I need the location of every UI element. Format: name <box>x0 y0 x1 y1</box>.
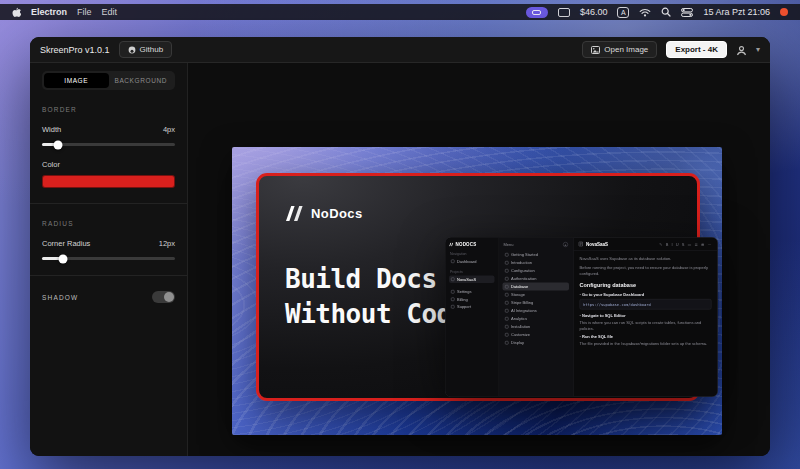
border-section-label: BORDER <box>42 106 175 113</box>
radius-slider[interactable] <box>42 257 175 260</box>
doc-code-block[interactable]: https://supabase.com/dashboard <box>580 299 712 310</box>
embed-menu-item[interactable]: Storage <box>503 291 570 299</box>
settings-icon <box>451 290 455 294</box>
open-image-button[interactable]: Open Image <box>582 41 657 58</box>
menu-item-label: Analytics <box>511 316 527 321</box>
doc-heading: Configuring database <box>580 281 712 289</box>
menu-item-label: AI Integrations <box>511 308 537 313</box>
menu-item-label: Customize <box>511 332 530 337</box>
nav-item-label: Billing <box>457 297 468 302</box>
menu-file[interactable]: File <box>77 7 92 17</box>
control-center-icon[interactable] <box>681 7 693 17</box>
embed-brand: NODOCS <box>449 242 495 247</box>
embed-menu-item[interactable]: Configuration <box>503 267 570 275</box>
nav-item-label: Dashboard <box>457 259 477 264</box>
shadow-toggle[interactable] <box>152 291 175 303</box>
embed-nav-settings[interactable]: Settings <box>449 288 495 296</box>
embed-menu-item-active[interactable]: Database <box>503 283 570 291</box>
doc-step: Navigate to SQL Editor <box>580 312 712 318</box>
menubar-app-name[interactable]: Electron <box>31 7 67 17</box>
tab-image[interactable]: IMAGE <box>44 73 109 88</box>
headline-line-2: Without Code <box>285 297 467 332</box>
menu-item-label: Authentication <box>511 276 536 281</box>
menu-item-icon <box>505 333 509 337</box>
menu-item-label: Introduction <box>511 260 532 265</box>
menu-item-icon <box>505 309 509 313</box>
menubar-clock[interactable]: 15 Ara Pzt 21:06 <box>703 7 770 17</box>
github-button[interactable]: Github <box>119 41 173 58</box>
headline-line-1: Build Docs <box>285 262 467 297</box>
embed-menu-item[interactable]: Introduction <box>503 259 570 267</box>
embed-nav-section: Navigation <box>450 252 494 256</box>
corner-radius-label: Corner Radius <box>42 239 90 248</box>
add-page-icon[interactable]: + <box>563 242 568 247</box>
doc-step: Run the SQL file <box>580 334 712 340</box>
embed-menu-column: Menu + Getting Started Introduction Conf… <box>499 238 574 397</box>
record-dot-icon[interactable] <box>780 8 788 16</box>
nodocs-logo: NoDocs <box>285 206 363 221</box>
embed-menu-item[interactable]: Customize <box>503 331 570 339</box>
embed-nav-section-2: Projects <box>450 270 494 274</box>
apple-menu-icon[interactable] <box>12 6 21 17</box>
shadow-label: SHADOW <box>42 294 78 301</box>
doc-step: Go to your Supabase Dashboard <box>580 291 712 297</box>
preview-image[interactable]: NoDocs Build Docs Without Code <box>232 147 722 435</box>
embed-nav-dashboard[interactable]: Dashboard <box>449 258 495 266</box>
screen-mirroring-icon[interactable] <box>558 8 570 17</box>
nav-item-label: Support <box>457 305 471 310</box>
embed-nav-support[interactable]: Support <box>449 303 495 311</box>
embed-menu-item[interactable]: Installation <box>503 323 570 331</box>
sidebar-tabs: IMAGE BACKGROUND <box>42 71 175 90</box>
embed-menu-item[interactable]: AI Integrations <box>503 307 570 315</box>
width-slider[interactable] <box>42 143 175 146</box>
app-title: SkreenPro v1.0.1 <box>40 45 110 55</box>
export-button[interactable]: Export - 4K <box>666 41 727 58</box>
menu-item-icon <box>505 261 509 265</box>
menu-item-label: Storage <box>511 292 525 297</box>
desktop-wallpaper: Electron File Edit $46.00 A 15 Ara Pzt 2… <box>0 0 800 469</box>
menu-item-icon <box>505 341 509 345</box>
nodocs-logo-text: NoDocs <box>311 206 363 221</box>
embed-nav-billing[interactable]: Billing <box>449 296 495 304</box>
nav-item-label: Settings <box>457 290 471 295</box>
embed-doc-panel: NovaSaaS ✎ B I U S ≔ ≣ ⊕ ⋯ NovaSaaS uses… <box>574 238 718 397</box>
embed-menu-item[interactable]: Authentication <box>503 275 570 283</box>
input-source-indicator[interactable]: A <box>617 7 629 18</box>
embed-menu-item[interactable]: Stripe Billing <box>503 299 570 307</box>
wifi-icon[interactable] <box>639 7 651 17</box>
embed-menu-item[interactable]: Display <box>503 339 570 347</box>
chevron-down-icon[interactable]: ▾ <box>756 45 760 54</box>
embed-menu-item[interactable]: Getting Started <box>503 251 570 259</box>
border-color-swatch[interactable] <box>42 175 175 188</box>
search-icon[interactable] <box>661 7 671 18</box>
shadow-toggle-knob <box>164 292 174 302</box>
menu-item-label: Getting Started <box>511 252 538 257</box>
doc-toolbar-icons[interactable]: ✎ B I U S ≔ ≣ ⊕ ⋯ <box>659 242 712 247</box>
menu-edit[interactable]: Edit <box>102 7 118 17</box>
menu-item-label: Installation <box>511 324 530 329</box>
corner-radius-value: 12px <box>159 239 175 248</box>
tab-background[interactable]: BACKGROUND <box>109 73 174 88</box>
user-avatar-icon[interactable] <box>736 41 747 59</box>
embed-doc-title: NovaSaaS <box>586 242 608 247</box>
menu-item-label: Stripe Billing <box>511 300 533 305</box>
menu-item-icon <box>505 325 509 329</box>
github-button-label: Github <box>140 45 164 54</box>
embed-brand-icon <box>449 243 454 247</box>
radius-slider-thumb[interactable] <box>59 254 68 263</box>
embed-nav-project[interactable]: NovaSaaS <box>449 276 495 284</box>
status-pill[interactable] <box>526 7 548 18</box>
menu-item-label: Database <box>511 284 528 289</box>
titlebar: SkreenPro v1.0.1 Github Open Image Expor… <box>30 37 770 63</box>
doc-paragraph: The file provided in the /supabase/migra… <box>580 341 712 347</box>
embed-menu-item[interactable]: Analytics <box>503 315 570 323</box>
embed-brand-text: NODOCS <box>456 242 477 247</box>
width-slider-thumb[interactable] <box>53 140 62 149</box>
menu-item-label: Display <box>511 340 524 345</box>
menubar-money[interactable]: $46.00 <box>580 7 608 17</box>
nav-item-label: NovaSaaS <box>457 277 476 282</box>
app-window: SkreenPro v1.0.1 Github Open Image Expor… <box>30 37 770 456</box>
menu-item-icon <box>505 269 509 273</box>
open-image-label: Open Image <box>604 45 648 54</box>
menu-item-icon <box>505 293 509 297</box>
